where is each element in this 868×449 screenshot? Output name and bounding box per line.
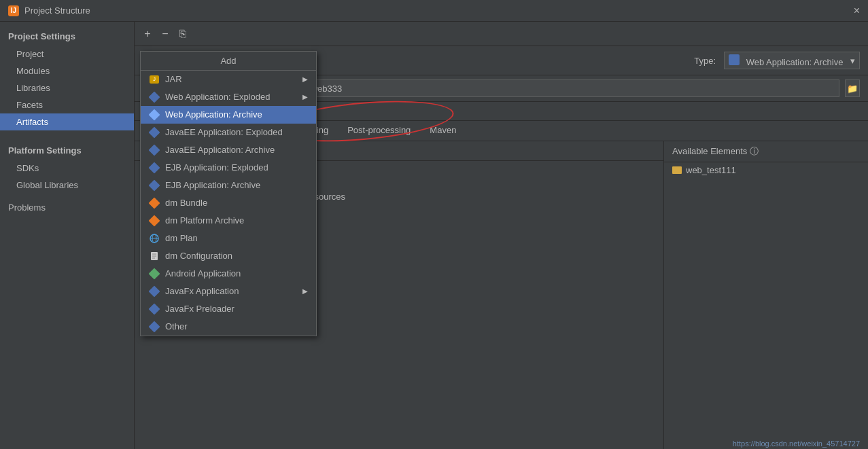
dropdown-item-dm-platform[interactable]: dm Platform Archive <box>141 212 316 230</box>
status-bar: https://blog.csdn.net/weixin_45714727 <box>725 438 868 449</box>
dropdown-menu: Add J JAR ▶ Web Application: Exploded ▶ <box>140 51 317 336</box>
diamond-icon-0 <box>149 92 160 103</box>
sidebar-divider <box>0 130 134 136</box>
window-title: Project Structure <box>24 5 90 16</box>
app-icon: IJ <box>8 5 19 16</box>
tab-maven[interactable]: Maven <box>420 121 466 141</box>
sidebar-item-project[interactable]: Project <box>0 46 134 62</box>
content-area: + Add J JAR ▶ Web App <box>135 22 868 449</box>
diamond-icon-3 <box>149 145 160 156</box>
type-select-icon <box>729 54 740 65</box>
title-bar: IJ Project Structure × <box>0 0 868 22</box>
dropdown-title: Add <box>141 52 316 71</box>
dropdown-item-dm-bundle[interactable]: dm Bundle <box>141 194 316 212</box>
right-panel: Available Elements ⓘ web_test111 <box>664 141 868 449</box>
toolbar: + Add J JAR ▶ Web App <box>135 22 868 46</box>
diamond-icon-2 <box>149 127 160 138</box>
project-settings-title: Project Settings <box>0 27 134 46</box>
diamond-icon-1 <box>149 109 160 120</box>
diamond-icon-8 <box>149 268 160 279</box>
right-panel-item-web[interactable]: web_test111 <box>664 162 868 178</box>
folder-browse-icon: 📁 <box>847 84 858 94</box>
dropdown-item-other[interactable]: Other <box>141 318 316 336</box>
sidebar-item-global-libraries[interactable]: Global Libraries <box>0 177 134 194</box>
dropdown-item-javaee-archive[interactable]: JavaEE Application: Archive <box>141 141 316 159</box>
close-button[interactable]: × <box>854 5 860 16</box>
arrow-icon2: ▶ <box>302 287 308 295</box>
copy-button[interactable]: ⎘ <box>175 26 190 41</box>
dropdown-item-ejb-archive[interactable]: EJB Application: Archive <box>141 177 316 194</box>
diamond-icon-10 <box>149 304 160 315</box>
diamond-icon-7 <box>149 215 160 226</box>
doc-icon <box>149 251 160 262</box>
platform-settings-title: Platform Settings <box>0 141 134 160</box>
folder-icon-sm <box>672 166 682 174</box>
sidebar-item-modules[interactable]: Modules <box>0 62 134 79</box>
dropdown-item-javafx[interactable]: JavaFx Application ▶ <box>141 283 316 300</box>
diamond-icon-11 <box>149 321 160 332</box>
diamond-icon-5 <box>149 180 160 191</box>
dropdown-item-dm-config[interactable]: dm Configuration <box>141 247 316 265</box>
type-select-chevron: ▾ <box>850 56 855 66</box>
add-dropdown: Add J JAR ▶ Web Application: Exploded ▶ <box>140 51 317 336</box>
type-select[interactable]: Web Application: Archive ▾ <box>724 52 860 69</box>
sidebar-item-artifacts[interactable]: Artifacts <box>0 113 134 130</box>
type-label: Type: <box>694 56 716 66</box>
diamond-icon-4 <box>149 162 160 173</box>
sidebar-item-problems[interactable]: Problems <box>0 199 134 216</box>
dropdown-item-web-archive[interactable]: Web Application: Archive <box>141 106 316 124</box>
dropdown-item-android[interactable]: Android Application <box>141 265 316 283</box>
dropdown-item-dm-plan[interactable]: dm Plan <box>141 230 316 247</box>
arrow-icon: ▶ <box>302 93 308 101</box>
dropdown-item-jar[interactable]: J JAR ▶ <box>141 71 316 88</box>
dropdown-item-web-exploded[interactable]: Web Application: Exploded ▶ <box>141 88 316 106</box>
dir-browse-button[interactable]: 📁 <box>845 79 860 97</box>
diamond-icon-9 <box>149 286 160 297</box>
sidebar-item-sdks[interactable]: SDKs <box>0 160 134 177</box>
diamond-icon-6 <box>149 198 160 209</box>
tab-postprocessing[interactable]: Post-processing <box>338 121 420 141</box>
sidebar-item-libraries[interactable]: Libraries <box>0 79 134 96</box>
sidebar-divider2 <box>0 194 134 199</box>
globe-icon <box>149 233 160 244</box>
available-elements-header: Available Elements ⓘ <box>664 141 868 162</box>
add-button[interactable]: + Add J JAR ▶ Web App <box>140 26 155 41</box>
dropdown-item-javafx-preloader[interactable]: JavaFx Preloader <box>141 300 316 318</box>
dropdown-item-ejb-exploded[interactable]: EJB Application: Exploded <box>141 159 316 177</box>
dropdown-item-javaee-exploded[interactable]: JavaEE Application: Exploded <box>141 124 316 141</box>
sidebar: Project Settings Project Modules Librari… <box>0 22 135 449</box>
jar-icon: J <box>149 74 160 85</box>
sidebar-item-facets[interactable]: Facets <box>0 96 134 113</box>
main-layout: Project Settings Project Modules Librari… <box>0 22 868 449</box>
arrow-icon: ▶ <box>302 75 308 83</box>
remove-button[interactable]: − <box>158 26 173 41</box>
